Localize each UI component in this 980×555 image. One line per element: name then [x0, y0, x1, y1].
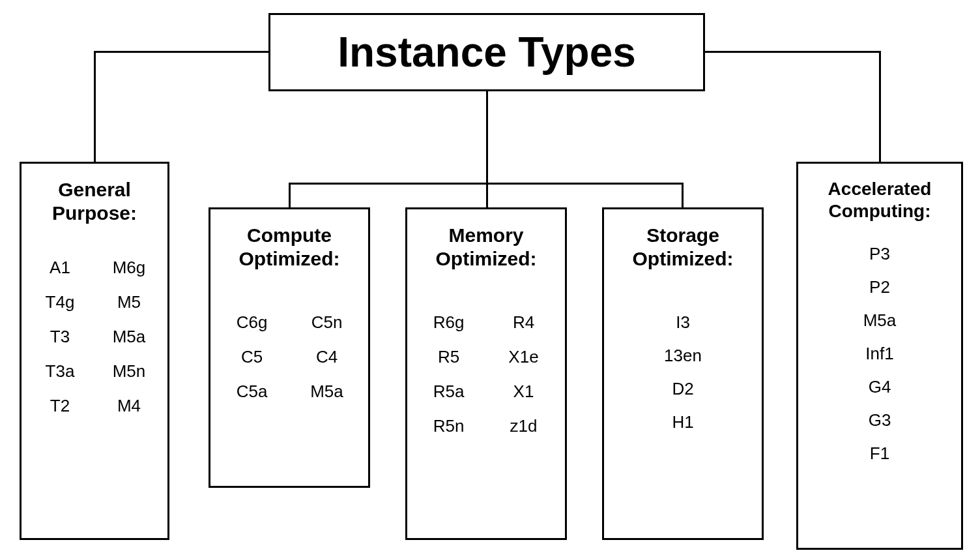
- category-title: General Purpose:: [32, 178, 157, 225]
- connector: [682, 183, 684, 209]
- category-title: Storage Optimized:: [614, 224, 751, 271]
- node-compute-optimized: Compute Optimized: C6g C5n C5 C4 C5a M5a: [209, 207, 370, 488]
- root-node: Instance Types: [268, 13, 705, 91]
- node-general-purpose: General Purpose: A1 M6g T4g M5 T3 M5a T3…: [20, 162, 169, 540]
- item-grid: A1 M6g T4g M5 T3 M5a T3a M5n T2 M4: [32, 258, 157, 416]
- instance-item: P2: [809, 277, 951, 297]
- instance-item: M6g: [101, 258, 157, 278]
- instance-item: R5: [418, 347, 480, 367]
- instance-item: R5a: [418, 382, 480, 402]
- item-list: I3 13en D2 H1: [614, 312, 751, 432]
- instance-item: Inf1: [809, 344, 951, 364]
- instance-item: F1: [809, 443, 951, 464]
- item-list: P3 P2 M5a Inf1 G4 G3 F1: [809, 244, 951, 464]
- instance-item: C5n: [296, 312, 358, 333]
- connector: [705, 51, 881, 53]
- instance-item: R4: [493, 312, 555, 333]
- root-title: Instance Types: [338, 28, 636, 76]
- node-memory-optimized: Memory Optimized: R6g R4 R5 X1e R5a X1 R…: [405, 207, 567, 540]
- instance-item: z1d: [493, 416, 555, 436]
- category-title: Memory Optimized:: [418, 224, 555, 271]
- instance-item: C4: [296, 347, 358, 367]
- diagram-stage: Instance Types General Purpose: A1 M6g T…: [0, 0, 980, 555]
- node-storage-optimized: Storage Optimized: I3 13en D2 H1: [602, 207, 764, 540]
- instance-item: I3: [614, 312, 751, 333]
- instance-item: M5n: [101, 361, 157, 382]
- instance-item: C6g: [221, 312, 283, 333]
- instance-item: M5a: [101, 327, 157, 347]
- instance-item: R6g: [418, 312, 480, 333]
- instance-item: G3: [809, 410, 951, 430]
- instance-item: M5: [101, 292, 157, 312]
- instance-item: T2: [32, 396, 88, 416]
- item-grid: C6g C5n C5 C4 C5a M5a: [221, 312, 358, 402]
- category-title: Compute Optimized:: [221, 224, 358, 271]
- connector: [94, 51, 96, 163]
- instance-item: M4: [101, 396, 157, 416]
- category-title: Accelerated Computing:: [809, 178, 951, 222]
- connector: [486, 183, 488, 209]
- item-grid: R6g R4 R5 X1e R5a X1 R5n z1d: [418, 312, 555, 436]
- instance-item: X1e: [493, 347, 555, 367]
- connector: [879, 51, 881, 163]
- instance-item: 13en: [614, 346, 751, 366]
- instance-item: T3a: [32, 361, 88, 382]
- instance-item: R5n: [418, 416, 480, 436]
- instance-item: M5a: [296, 382, 358, 402]
- instance-item: D2: [614, 379, 751, 399]
- instance-item: T4g: [32, 292, 88, 312]
- instance-item: G4: [809, 377, 951, 397]
- instance-item: H1: [614, 412, 751, 432]
- instance-item: T3: [32, 327, 88, 347]
- node-accelerated-computing: Accelerated Computing: P3 P2 M5a Inf1 G4…: [796, 162, 963, 550]
- instance-item: C5: [221, 347, 283, 367]
- instance-item: C5a: [221, 382, 283, 402]
- instance-item: X1: [493, 382, 555, 402]
- instance-item: A1: [32, 258, 88, 278]
- instance-item: P3: [809, 244, 951, 264]
- instance-item: M5a: [809, 310, 951, 331]
- connector: [94, 51, 270, 53]
- connector: [289, 183, 291, 209]
